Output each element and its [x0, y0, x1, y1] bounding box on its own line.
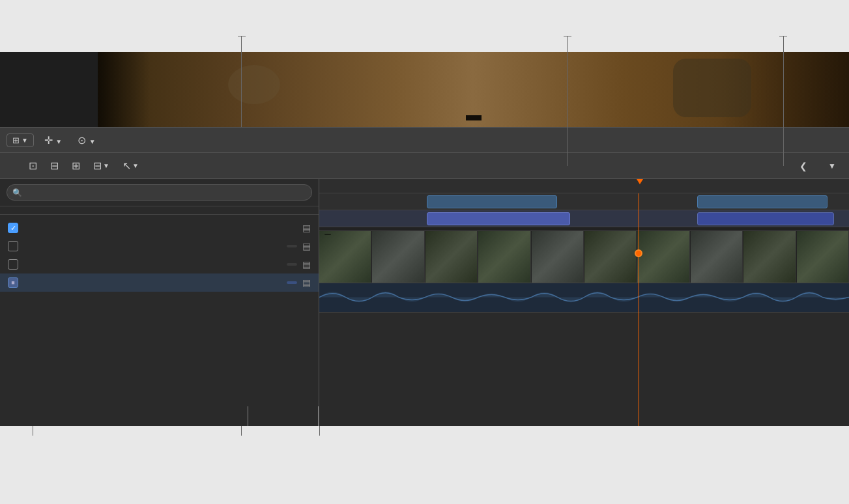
view-icon: ⊞ [12, 135, 20, 145]
english-badge [287, 245, 297, 247]
select-mode-button[interactable]: ✛ ▼ [39, 133, 67, 148]
checkbox-german[interactable] [8, 259, 18, 270]
german-badge [287, 263, 297, 266]
spanish-lane-icon[interactable]: ▤ [302, 277, 311, 288]
role-captions[interactable]: ✓ ▤ [0, 219, 319, 237]
left-panel: 🔍 ✓ ▤ [0, 179, 319, 426]
icon-btn-2[interactable]: ⊟ [46, 158, 63, 173]
captions-lane-icon[interactable]: ▤ [302, 223, 311, 233]
select-arrow-button[interactable]: ↖▼ [119, 158, 143, 173]
speed-icon: ⊙ [78, 135, 86, 146]
spanish-clip-1[interactable] [427, 212, 570, 225]
video-clip-row [319, 231, 849, 283]
icon-btn-3[interactable]: ⊞ [68, 158, 84, 173]
caption-lane-german [319, 193, 849, 210]
video-preview [98, 52, 849, 127]
roles-list: ✓ ▤ ▤ ▤ ■ [0, 215, 319, 426]
chevron-down-icon: ▼ [22, 137, 28, 144]
chevron-down-icon2: ▼ [55, 138, 62, 145]
playhead-top-marker [637, 179, 643, 184]
english-lane-icon[interactable]: ▤ [302, 241, 311, 251]
project-dropdown-button[interactable]: ▼ [827, 160, 837, 172]
checkbox-captions[interactable]: ✓ [8, 223, 18, 233]
caption-lane-spanish [319, 210, 849, 227]
checkbox-spanish[interactable]: ■ [8, 277, 18, 288]
spanish-clip-2[interactable] [697, 212, 834, 225]
main-content: 🔍 ✓ ▤ [0, 179, 849, 426]
video-clip-label [324, 234, 331, 235]
spanish-badge [287, 281, 297, 284]
tabs-row [0, 206, 319, 215]
german-lane-icon[interactable]: ▤ [302, 259, 311, 270]
chevron-down-icon3: ▼ [89, 138, 96, 145]
index-toolbar: ⊡ ⊟ ⊞ ⊟▼ ↖▼ ❮ ▼ [0, 153, 849, 179]
search-icon: 🔍 [12, 188, 22, 197]
german-clip-1[interactable] [427, 195, 557, 208]
icon-btn-1[interactable]: ⊡ [25, 158, 41, 173]
role-english[interactable]: ▤ [0, 237, 319, 255]
index-button[interactable] [7, 163, 20, 169]
speed-button[interactable]: ⊙ ▼ [72, 133, 100, 148]
bottom-annotations [0, 426, 849, 504]
search-input[interactable] [7, 184, 312, 201]
main-toolbar: ⊞ ▼ ✛ ▼ ⊙ ▼ [0, 127, 849, 153]
audio-clip-row [319, 283, 849, 313]
checkbox-english[interactable] [8, 241, 18, 251]
role-spanish[interactable]: ■ ▤ [0, 273, 319, 292]
icon-btn-4[interactable]: ⊟▼ [89, 158, 113, 173]
role-german[interactable]: ▤ [0, 255, 319, 273]
subtitle-text [466, 115, 482, 120]
audio-waveform [319, 283, 849, 312]
nav-left-button[interactable]: ❮ [796, 160, 811, 173]
timecode-ruler [319, 179, 849, 193]
select-icon: ✛ [44, 135, 53, 146]
search-bar: 🔍 [0, 179, 319, 206]
german-clip-2[interactable] [697, 195, 827, 208]
view-mode-button[interactable]: ⊞ ▼ [7, 133, 34, 147]
right-panel [319, 179, 849, 426]
